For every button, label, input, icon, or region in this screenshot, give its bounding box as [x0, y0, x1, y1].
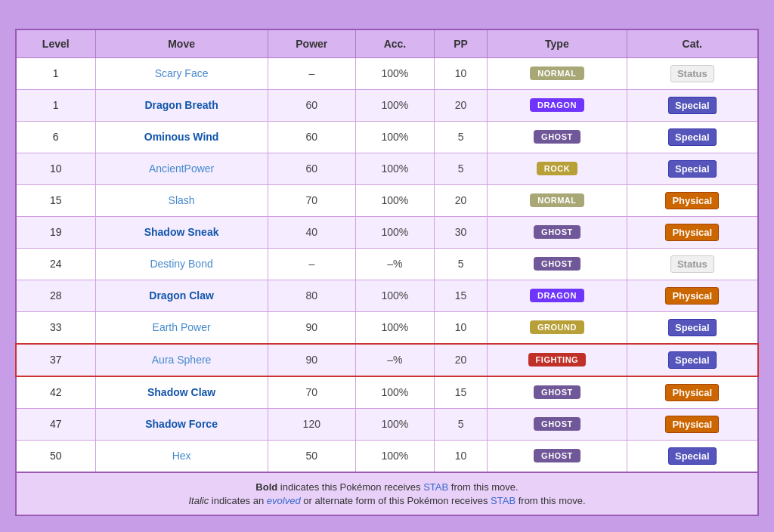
pp-cell: 10	[434, 311, 487, 344]
cat-cell: Special	[627, 153, 758, 184]
power-cell: 60	[268, 89, 355, 121]
move-cell[interactable]: Dragon Claw	[95, 280, 268, 311]
type-cell: GHOST	[488, 121, 627, 153]
acc-cell: 100%	[355, 440, 434, 472]
power-cell: 70	[268, 184, 355, 216]
cat-badge: Special	[668, 128, 717, 146]
type-badge: GHOST	[534, 257, 580, 271]
move-cell[interactable]: Destiny Bond	[95, 248, 268, 280]
type-cell: FIGHTING	[488, 344, 627, 376]
type-cell: GHOST	[488, 216, 627, 248]
table-row: 10AncientPower60100%5ROCKSpecial	[16, 153, 758, 184]
move-cell[interactable]: Scary Face	[95, 57, 268, 89]
cat-badge: Physical	[665, 224, 719, 241]
cat-badge: Physical	[665, 384, 719, 401]
move-cell[interactable]: Hex	[95, 440, 268, 472]
level-cell: 10	[16, 153, 95, 184]
cat-cell: Special	[627, 344, 758, 376]
pp-cell: 20	[434, 344, 487, 376]
acc-cell: 100%	[355, 184, 434, 216]
cat-cell: Special	[627, 121, 758, 153]
type-badge: GHOST	[534, 130, 580, 144]
acc-cell: 100%	[355, 376, 434, 409]
cat-cell: Special	[627, 311, 758, 344]
col-type: Type	[488, 29, 627, 58]
type-badge: GHOST	[534, 225, 580, 239]
footer-italic-label: Italic	[188, 495, 209, 506]
table-row: 50Hex50100%10GHOSTSpecial	[16, 440, 758, 472]
move-cell[interactable]: Shadow Sneak	[95, 216, 268, 248]
move-cell[interactable]: Dragon Breath	[95, 89, 268, 121]
move-cell[interactable]: Shadow Claw	[95, 376, 268, 409]
level-cell: 42	[16, 376, 95, 409]
acc-cell: 100%	[355, 311, 434, 344]
table-row: 28Dragon Claw80100%15DRAGONPhysical	[16, 280, 758, 311]
type-badge: DRAGON	[530, 289, 584, 302]
table-row: 24Destiny Bond––%5GHOSTStatus	[16, 248, 758, 280]
main-container: Level Move Power Acc. PP Type Cat. 1Scar…	[8, 9, 766, 524]
cat-cell: Special	[627, 440, 758, 472]
cat-badge: Physical	[665, 416, 719, 433]
cat-cell: Physical	[627, 280, 758, 311]
cat-badge: Status	[670, 255, 714, 273]
type-cell: NORMAL	[488, 184, 627, 216]
move-cell[interactable]: Aura Sphere	[95, 344, 268, 376]
type-badge: FIGHTING	[528, 353, 587, 367]
power-cell: –	[268, 248, 355, 280]
acc-cell: 100%	[355, 408, 434, 440]
footer-stab-link2: STAB	[491, 495, 515, 506]
acc-cell: 100%	[355, 121, 434, 153]
pp-cell: 5	[434, 153, 487, 184]
cat-cell: Physical	[627, 184, 758, 216]
leveling-table: Level Move Power Acc. PP Type Cat. 1Scar…	[15, 29, 759, 473]
acc-cell: 100%	[355, 57, 434, 89]
footer-stab-link1: STAB	[423, 481, 448, 493]
level-cell: 15	[16, 184, 95, 216]
cat-cell: Physical	[627, 408, 758, 440]
cat-cell: Status	[627, 248, 758, 280]
footer-line1: Bold indicates this Pokémon receives STA…	[29, 481, 745, 493]
type-badge: GHOST	[534, 417, 580, 431]
type-badge: NORMAL	[530, 193, 584, 207]
move-cell[interactable]: Ominous Wind	[95, 121, 268, 153]
acc-cell: –%	[355, 248, 434, 280]
type-cell: GHOST	[488, 376, 627, 409]
move-cell[interactable]: Slash	[95, 184, 268, 216]
acc-cell: –%	[355, 344, 434, 376]
level-cell: 19	[16, 216, 95, 248]
type-badge: GROUND	[530, 320, 584, 334]
acc-cell: 100%	[355, 280, 434, 311]
move-cell[interactable]: Earth Power	[95, 311, 268, 344]
col-move: Move	[95, 29, 268, 58]
footer-line2-end: from this move.	[519, 495, 586, 506]
power-cell: 50	[268, 440, 355, 472]
col-pp: PP	[434, 29, 487, 58]
type-badge: ROCK	[537, 162, 577, 175]
pp-cell: 20	[434, 89, 487, 121]
pp-cell: 10	[434, 440, 487, 472]
col-level: Level	[16, 29, 95, 58]
type-cell: NORMAL	[488, 57, 627, 89]
title-bar	[15, 17, 759, 29]
type-cell: DRAGON	[488, 280, 627, 311]
table-row: 42Shadow Claw70100%15GHOSTPhysical	[16, 376, 758, 409]
level-cell: 1	[16, 89, 95, 121]
move-cell[interactable]: Shadow Force	[95, 408, 268, 440]
footer-line1-text: indicates this Pokémon receives	[280, 481, 423, 493]
power-cell: 120	[268, 408, 355, 440]
type-badge: GHOST	[534, 385, 580, 399]
table-row: 6Ominous Wind60100%5GHOSTSpecial	[16, 121, 758, 153]
power-cell: 70	[268, 376, 355, 409]
type-cell: GROUND	[488, 311, 627, 344]
level-cell: 37	[16, 344, 95, 376]
power-cell: 90	[268, 344, 355, 376]
footer: Bold indicates this Pokémon receives STA…	[15, 473, 759, 516]
type-cell: GHOST	[488, 440, 627, 472]
level-cell: 50	[16, 440, 95, 472]
move-cell[interactable]: AncientPower	[95, 153, 268, 184]
level-cell: 47	[16, 408, 95, 440]
level-cell: 1	[16, 57, 95, 89]
pp-cell: 20	[434, 184, 487, 216]
power-cell: –	[268, 57, 355, 89]
acc-cell: 100%	[355, 153, 434, 184]
